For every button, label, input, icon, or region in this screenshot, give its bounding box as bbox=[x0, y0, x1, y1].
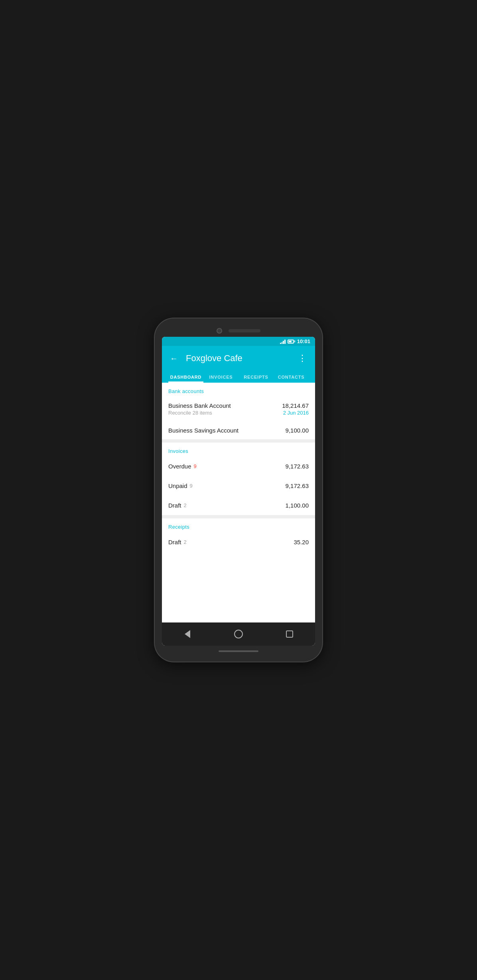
bank-account-amount-0: 18,214.67 bbox=[282, 402, 309, 409]
invoice-label-unpaid: Unpaid 9 bbox=[168, 482, 193, 489]
receipt-label-draft: Draft 2 bbox=[168, 539, 187, 545]
nav-home-button[interactable] bbox=[231, 628, 246, 640]
bottom-nav bbox=[162, 622, 315, 646]
status-time: 10:01 bbox=[297, 338, 310, 344]
nav-recents-button[interactable] bbox=[282, 628, 298, 640]
invoices-section: Invoices Overdue 9 9,172.63 Unpaid 9 9,1… bbox=[162, 443, 315, 515]
back-button[interactable]: ← bbox=[168, 352, 179, 365]
home-indicator bbox=[219, 650, 258, 652]
bank-account-item-1-right: 9,100.00 bbox=[286, 427, 309, 434]
invoice-label-text-draft: Draft bbox=[168, 502, 181, 509]
signal-icon bbox=[280, 339, 286, 344]
section-divider-1 bbox=[162, 439, 315, 443]
invoice-amount-draft: 1,100.00 bbox=[286, 502, 309, 509]
more-options-button[interactable]: ⋮ bbox=[296, 352, 309, 365]
page-title: Foxglove Cafe bbox=[186, 353, 296, 364]
invoice-label-draft: Draft 2 bbox=[168, 502, 187, 509]
tab-receipts[interactable]: RECEIPTS bbox=[238, 371, 274, 383]
battery-body bbox=[288, 340, 294, 344]
phone-bottom bbox=[162, 646, 315, 654]
status-icons: 10:01 bbox=[280, 338, 310, 344]
app-bar: ← Foxglove Cafe ⋮ DASHBOARD INVOICES REC… bbox=[162, 346, 315, 383]
battery-tip bbox=[294, 340, 295, 342]
tabs-bar: DASHBOARD INVOICES RECEIPTS CONTACTS bbox=[168, 371, 309, 383]
tab-dashboard[interactable]: DASHBOARD bbox=[168, 371, 203, 383]
back-arrow-icon bbox=[185, 630, 190, 638]
phone-screen: 10:01 ← Foxglove Cafe ⋮ DASHBOARD INVOIC… bbox=[162, 337, 315, 646]
tab-invoices[interactable]: INVOICES bbox=[203, 371, 238, 383]
invoice-row-draft[interactable]: Draft 2 1,100.00 bbox=[162, 496, 315, 515]
content-area: Bank accounts Business Bank Account Reco… bbox=[162, 383, 315, 622]
bank-account-item-0-left: Business Bank Account Reconcile 28 items bbox=[168, 402, 231, 416]
invoice-amount-unpaid: 9,172.63 bbox=[286, 482, 309, 489]
receipt-amount-draft: 35.20 bbox=[294, 539, 309, 545]
section-divider-2 bbox=[162, 515, 315, 518]
bank-account-date-0: 2 Jun 2016 bbox=[283, 410, 309, 416]
receipt-row-draft[interactable]: Draft 2 35.20 bbox=[162, 532, 315, 552]
app-bar-title-row: ← Foxglove Cafe ⋮ bbox=[168, 352, 309, 371]
invoice-label-overdue: Overdue 9 bbox=[168, 463, 197, 470]
bank-accounts-section: Bank accounts Business Bank Account Reco… bbox=[162, 383, 315, 439]
battery-icon bbox=[288, 340, 295, 344]
invoice-row-unpaid[interactable]: Unpaid 9 9,172.63 bbox=[162, 476, 315, 496]
tab-contacts[interactable]: CONTACTS bbox=[274, 371, 309, 383]
battery-fill bbox=[289, 341, 292, 342]
bank-account-amount-1: 9,100.00 bbox=[286, 427, 309, 434]
bank-account-item-1[interactable]: Business Savings Account 9,100.00 bbox=[162, 421, 315, 439]
invoice-row-overdue[interactable]: Overdue 9 9,172.63 bbox=[162, 456, 315, 476]
bank-account-name-1: Business Savings Account bbox=[168, 427, 238, 434]
recents-square-icon bbox=[286, 630, 293, 638]
invoice-badge-draft: 2 bbox=[184, 502, 187, 508]
bank-account-sub-0: Reconcile 28 items bbox=[168, 410, 231, 416]
invoices-header: Invoices bbox=[162, 443, 315, 456]
camera bbox=[217, 328, 222, 334]
invoice-badge-unpaid: 9 bbox=[190, 483, 193, 489]
home-circle-icon bbox=[234, 630, 243, 638]
phone-frame: 10:01 ← Foxglove Cafe ⋮ DASHBOARD INVOIC… bbox=[155, 318, 322, 662]
bank-account-name-0: Business Bank Account bbox=[168, 402, 231, 409]
status-bar: 10:01 bbox=[162, 337, 315, 346]
receipt-label-text-draft: Draft bbox=[168, 539, 181, 545]
bank-account-item-1-left: Business Savings Account bbox=[168, 427, 238, 434]
nav-back-button[interactable] bbox=[179, 628, 195, 640]
bank-accounts-header: Bank accounts bbox=[162, 383, 315, 397]
phone-top-bar bbox=[162, 326, 315, 337]
speaker bbox=[229, 329, 260, 332]
invoice-badge-overdue: 9 bbox=[194, 463, 197, 469]
invoice-amount-overdue: 9,172.63 bbox=[286, 463, 309, 470]
bank-account-item-0-right: 18,214.67 2 Jun 2016 bbox=[282, 402, 309, 416]
receipts-header: Receipts bbox=[162, 518, 315, 532]
invoice-label-text-unpaid: Unpaid bbox=[168, 482, 187, 489]
invoice-label-text-overdue: Overdue bbox=[168, 463, 191, 470]
receipts-section: Receipts Draft 2 35.20 bbox=[162, 518, 315, 552]
receipt-badge-draft: 2 bbox=[184, 539, 187, 545]
bank-account-item-0[interactable]: Business Bank Account Reconcile 28 items… bbox=[162, 397, 315, 421]
